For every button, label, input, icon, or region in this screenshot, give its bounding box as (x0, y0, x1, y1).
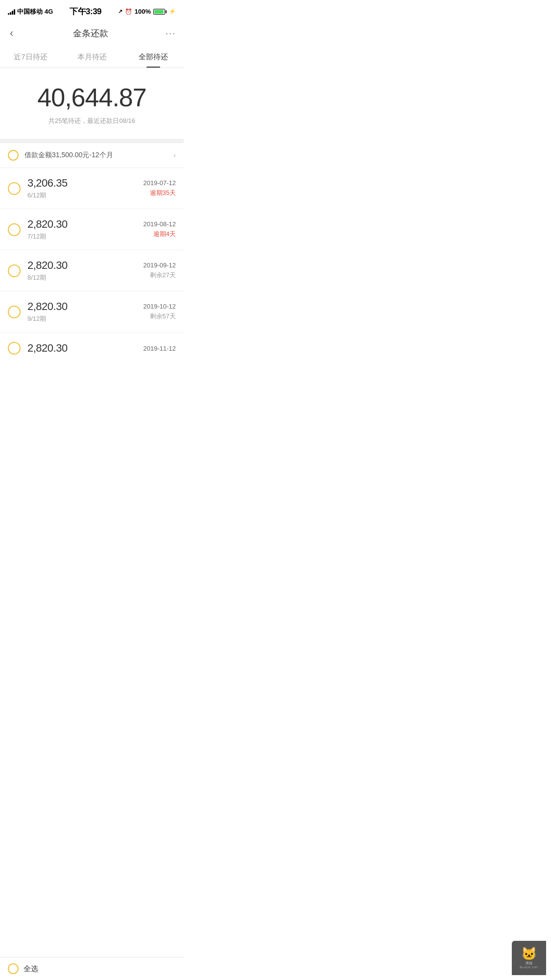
payment-amount-4: 2,820.30 (27, 342, 144, 355)
back-button[interactable]: ‹ (8, 25, 15, 42)
charging-icon: ⚡ (169, 8, 176, 15)
payment-period-2: 8/12期 (27, 273, 144, 282)
payment-checkbox-0[interactable] (8, 182, 21, 195)
chevron-right-icon: › (173, 151, 176, 160)
alarm-icon: ⏰ (125, 8, 132, 15)
payment-status-3: 剩余57天 (144, 312, 176, 321)
payment-info-3: 2,820.30 9/12期 (27, 300, 144, 323)
payment-status-1: 逾期4天 (144, 230, 176, 239)
network-label: 4G (45, 8, 53, 15)
payment-checkbox-3[interactable] (8, 306, 21, 318)
loan-header-text: 借款金额31,500.00元-12个月 (24, 151, 173, 160)
section-divider (0, 139, 184, 143)
carrier-label: 中国移动 (17, 7, 43, 16)
tab-month[interactable]: 本月待还 (61, 52, 122, 68)
payment-right-0: 2019-07-12 逾期35天 (144, 179, 176, 197)
payment-date-4: 2019-11-12 (144, 345, 176, 352)
total-amount: 40,644.87 (10, 84, 174, 112)
payment-right-2: 2019-09-12 剩余27天 (144, 262, 176, 280)
battery-percent: 100% (135, 8, 151, 15)
payment-checkbox-2[interactable] (8, 264, 21, 277)
carrier-info: 中国移动 4G (8, 7, 53, 16)
payment-info-2: 2,820.30 8/12期 (27, 259, 144, 282)
tab-7days[interactable]: 近7日待还 (0, 52, 61, 68)
payment-status-0: 逾期35天 (144, 189, 176, 197)
loan-header-row[interactable]: 借款金额31,500.00元-12个月 › (0, 143, 184, 168)
amount-section: 40,644.87 共25笔待还，最近还款日08/16 (0, 68, 184, 139)
payment-checkbox-4[interactable] (8, 342, 21, 355)
payment-amount-0: 3,206.35 (27, 177, 144, 190)
battery-icon (153, 9, 167, 15)
payment-item: 3,206.35 6/12期 2019-07-12 逾期35天 (0, 168, 184, 209)
status-icons: ↗ ⏰ 100% ⚡ (118, 8, 176, 15)
payment-amount-1: 2,820.30 (27, 218, 144, 231)
payment-info-4: 2,820.30 (27, 342, 144, 355)
payment-item-partial: 2,820.30 2019-11-12 (0, 333, 184, 357)
payment-date-2: 2019-09-12 (144, 262, 176, 269)
header: ‹ 金条还款 ··· (0, 21, 184, 48)
payment-date-1: 2019-08-12 (144, 220, 176, 228)
location-icon: ↗ (118, 8, 122, 15)
payment-period-1: 7/12期 (27, 232, 144, 241)
payment-info-1: 2,820.30 7/12期 (27, 218, 144, 241)
payment-right-3: 2019-10-12 剩余57天 (144, 303, 176, 321)
payment-date-3: 2019-10-12 (144, 303, 176, 310)
payment-date-0: 2019-07-12 (144, 179, 176, 187)
payment-right-1: 2019-08-12 逾期4天 (144, 220, 176, 239)
payment-item: 2,820.30 9/12期 2019-10-12 剩余57天 (0, 291, 184, 333)
tab-all[interactable]: 全部待还 (122, 52, 184, 68)
payment-period-0: 6/12期 (27, 191, 144, 200)
payment-period-3: 9/12期 (27, 314, 144, 323)
payment-info-0: 3,206.35 6/12期 (27, 177, 144, 200)
payment-checkbox-1[interactable] (8, 223, 21, 236)
more-button[interactable]: ··· (166, 28, 176, 39)
status-bar: 中国移动 4G 下午3:39 ↗ ⏰ 100% ⚡ (0, 0, 184, 21)
status-time: 下午3:39 (70, 6, 101, 17)
payment-amount-3: 2,820.30 (27, 300, 144, 313)
amount-subtitle: 共25笔待还，最近还款日08/16 (10, 117, 174, 125)
payment-status-2: 剩余27天 (144, 271, 176, 280)
loan-checkbox[interactable] (8, 150, 19, 161)
page-title: 金条还款 (73, 27, 108, 39)
signal-icon (8, 9, 15, 15)
payment-item: 2,820.30 7/12期 2019-08-12 逾期4天 (0, 209, 184, 250)
payment-amount-2: 2,820.30 (27, 259, 144, 272)
payment-right-4: 2019-11-12 (144, 345, 176, 352)
tab-bar: 近7日待还 本月待还 全部待还 (0, 48, 184, 68)
payment-item: 2,820.30 8/12期 2019-09-12 剩余27天 (0, 250, 184, 291)
